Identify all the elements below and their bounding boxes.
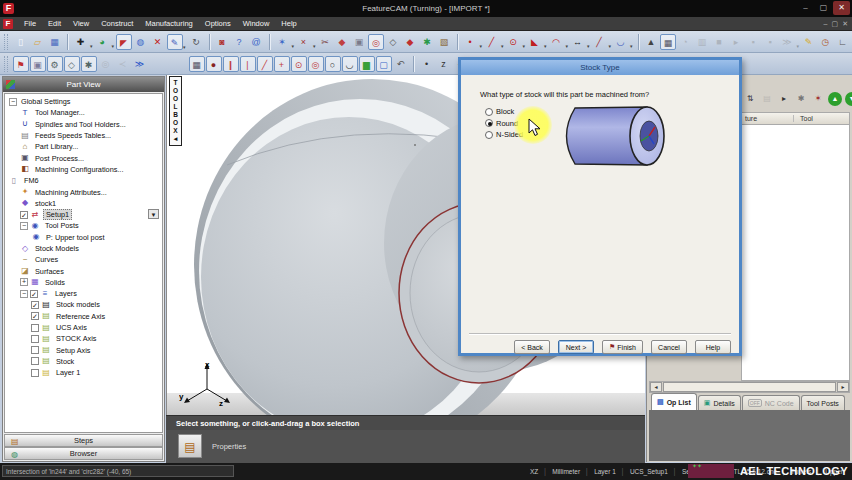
move-up-icon[interactable]: ▲ [828, 92, 842, 106]
tree-checkbox[interactable]: ✓ [31, 301, 39, 309]
tree-label[interactable]: Curves [33, 255, 60, 264]
mdi-restore-button[interactable]: ▢ [832, 17, 839, 30]
polygon-icon[interactable]: ◇ [385, 34, 401, 50]
stock-display-icon[interactable]: ▦ [660, 34, 676, 50]
open-folder-icon[interactable]: ▱ [30, 34, 46, 50]
surface-icon[interactable]: ◆ [402, 34, 418, 50]
tree-label[interactable]: Stock Models [33, 244, 81, 253]
tree-checkbox[interactable] [31, 335, 39, 343]
cancel-button[interactable]: Cancel [651, 340, 687, 354]
remove-icon[interactable]: ✶ [811, 92, 825, 106]
radio-circle-icon[interactable] [485, 108, 493, 116]
tree-item-global-settings[interactable]: −Global Settings [5, 96, 162, 107]
tree-item-stock1[interactable]: ◆stock1 [5, 198, 162, 209]
snap-endpoint-icon[interactable]: ❙ [223, 56, 239, 72]
dialog-title-bar[interactable]: Stock Type [461, 60, 739, 75]
tree-label[interactable]: Global Settings [19, 97, 73, 106]
status-field[interactable]: XZ [525, 468, 543, 475]
scroll-left-arrow[interactable]: ◂ [650, 382, 662, 392]
mdi-minimize-button[interactable]: – [824, 17, 828, 30]
hand-icon[interactable]: ✱ [794, 92, 808, 106]
tree-label[interactable]: Layer 1 [54, 368, 82, 377]
help-button[interactable]: Help [695, 340, 731, 354]
menu-edit[interactable]: Edit [42, 17, 67, 31]
tree-item-ucs-axis[interactable]: ▤UCS Axis [5, 322, 162, 333]
properties-label[interactable]: Properties [212, 442, 246, 451]
tree-label[interactable]: Stock [54, 357, 76, 366]
finish-button[interactable]: ⚑Finish [602, 340, 643, 354]
dropdown-arrow-icon[interactable]: ▾ [796, 38, 799, 54]
tree-item-part-library[interactable]: ⌂Part Library... [5, 141, 162, 152]
dropdown-arrow-icon[interactable]: ▾ [479, 38, 482, 54]
tree-label[interactable]: Post Process... [33, 154, 86, 163]
menu-window[interactable]: Window [237, 17, 276, 31]
wire-box-icon[interactable]: ◇ [64, 56, 80, 72]
snap-dot-icon[interactable]: • [419, 56, 435, 72]
snap-intersect-icon[interactable]: + [274, 56, 290, 72]
tree-item-setup-axis[interactable]: ▤Setup Axis [5, 345, 162, 356]
pan-icon[interactable]: ✚▾ [73, 34, 89, 50]
tree-label[interactable]: UCS Axis [54, 323, 89, 332]
part-view-header[interactable]: Part View [3, 77, 164, 92]
z-axis-icon[interactable]: z [436, 56, 452, 72]
dropdown-arrow-icon[interactable]: ▾ [522, 38, 525, 54]
tree-label[interactable]: Part Library... [33, 142, 80, 151]
circle-create-icon[interactable]: ⊙▾ [505, 34, 521, 50]
tree-label[interactable]: Stock models [54, 300, 102, 309]
tree-label[interactable]: FM6 [22, 176, 41, 185]
browser-button[interactable]: ◍ Browser [4, 447, 163, 460]
wheel-icon[interactable]: ✱ [81, 56, 97, 72]
tree-label[interactable]: Machining Attributes... [33, 188, 109, 197]
tree-checkbox[interactable] [31, 357, 39, 365]
toolbar-grip[interactable] [4, 56, 8, 72]
snap-grid-icon[interactable]: ▦ [189, 56, 205, 72]
render-icon[interactable]: ▣ [30, 56, 46, 72]
tree-checkbox[interactable]: ✓ [20, 211, 28, 219]
feature-wizard-icon[interactable]: ✶▾ [274, 34, 290, 50]
menu-manufacturing[interactable]: Manufacturing [139, 17, 199, 31]
sort-operations-icon[interactable]: ⇅ [743, 92, 757, 106]
dropdown-arrow-icon[interactable]: ▾ [313, 38, 316, 54]
refresh-icon[interactable]: ↻ [188, 34, 204, 50]
flow-lines-icon[interactable]: ≫ [132, 56, 148, 72]
target-icon[interactable]: ◎ [368, 34, 384, 50]
point-create-icon[interactable]: •▾ [462, 34, 478, 50]
snap-rotate-icon[interactable]: ↶ [393, 56, 409, 72]
snap-point-icon[interactable]: ● [206, 56, 222, 72]
tree-label[interactable]: Spindles and Tool Holders... [33, 120, 128, 129]
tree-expander[interactable]: + [20, 278, 28, 286]
tree-label[interactable]: Feeds Speeds Tables... [33, 131, 113, 140]
tree-item-tool-manager[interactable]: TTool Manager... [5, 107, 162, 118]
scroll-thumb[interactable] [663, 382, 836, 392]
properties-icon[interactable]: ▤ [178, 434, 202, 458]
menu-file[interactable]: File [18, 17, 42, 31]
trim-icon[interactable]: ╱▾ [591, 34, 607, 50]
assistant-icon[interactable]: @ [248, 34, 264, 50]
flag-icon[interactable]: ⚑ [13, 56, 29, 72]
tree-label[interactable]: stock1 [33, 199, 58, 208]
tree-item-feeds-speeds-tables[interactable]: ▤Feeds Speeds Tables... [5, 130, 162, 141]
minimize-button[interactable]: – [797, 1, 814, 15]
square-ruler-icon[interactable]: ∟ [835, 34, 851, 50]
dropdown-arrow-icon[interactable]: ▾ [565, 38, 568, 54]
tree-expander[interactable]: − [20, 222, 28, 230]
snap-section-icon[interactable]: ▢ [376, 56, 392, 72]
move-down-icon[interactable]: ▼ [845, 92, 852, 106]
snapshot-icon[interactable]: ◙ [214, 34, 230, 50]
tree-item-layer-1[interactable]: ▤Layer 1 [5, 367, 162, 378]
tree-label[interactable]: Surfaces [33, 267, 66, 276]
tree-checkbox[interactable]: ✓ [31, 312, 39, 320]
op-list-area[interactable] [741, 125, 850, 381]
menu-help[interactable]: Help [275, 17, 302, 31]
dimension-icon[interactable]: ×▾ [296, 34, 312, 50]
scroll-right-arrow[interactable]: ▸ [837, 382, 849, 392]
menu-construct[interactable]: Construct [95, 17, 139, 31]
tree-item-layers[interactable]: −✓≡Layers [5, 288, 162, 299]
tree-checkbox[interactable] [31, 369, 39, 377]
curve-tools-icon[interactable]: ✂ [317, 34, 333, 50]
toolbox-tab[interactable]: TOOLBOX◄ [169, 76, 182, 146]
tab-nc-code[interactable]: OFFNC Code [742, 395, 800, 410]
orbit-icon[interactable]: ◕▾ [94, 34, 110, 50]
dropdown-arrow-icon[interactable]: ▾ [630, 38, 633, 54]
mdi-close-button[interactable]: ✕ [842, 17, 848, 30]
